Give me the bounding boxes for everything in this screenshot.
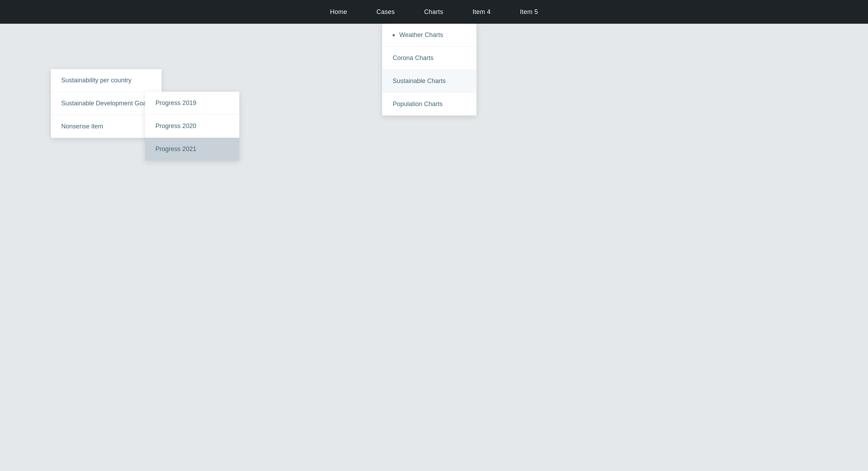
nav-item-home[interactable]: Home [326,6,351,18]
navbar: Home Cases Charts Item 4 Item 5 [0,0,868,24]
nav-item-item4[interactable]: Item 4 [468,6,495,18]
dropdown-l1-item-weather-charts[interactable]: Weather Charts [382,24,477,47]
nav-item-charts[interactable]: Charts [420,6,448,18]
dropdown-l3: Progress 2019 Progress 2020 Progress 202… [145,92,239,160]
nav-item-item5[interactable]: Item 5 [516,6,542,18]
dropdown-l3-item-progress-2021[interactable]: Progress 2021 [145,138,239,160]
dropdown-l1-item-population-charts[interactable]: Population Charts [382,93,477,115]
dropdown-l3-item-progress-2019[interactable]: Progress 2019 [145,92,239,115]
dropdown-l1: Weather Charts Corona Charts Sustainable… [382,24,477,115]
dropdown-l3-item-progress-2020[interactable]: Progress 2020 [145,115,239,138]
dropdown-l2-item-sustainability-per-country[interactable]: Sustainability per country [51,69,162,92]
nav-item-cases[interactable]: Cases [372,6,399,18]
dropdown-l1-item-corona-charts[interactable]: Corona Charts [382,47,477,70]
bullet-icon [393,34,395,36]
dropdown-l1-item-sustainable-charts[interactable]: Sustainable Charts [382,70,477,93]
